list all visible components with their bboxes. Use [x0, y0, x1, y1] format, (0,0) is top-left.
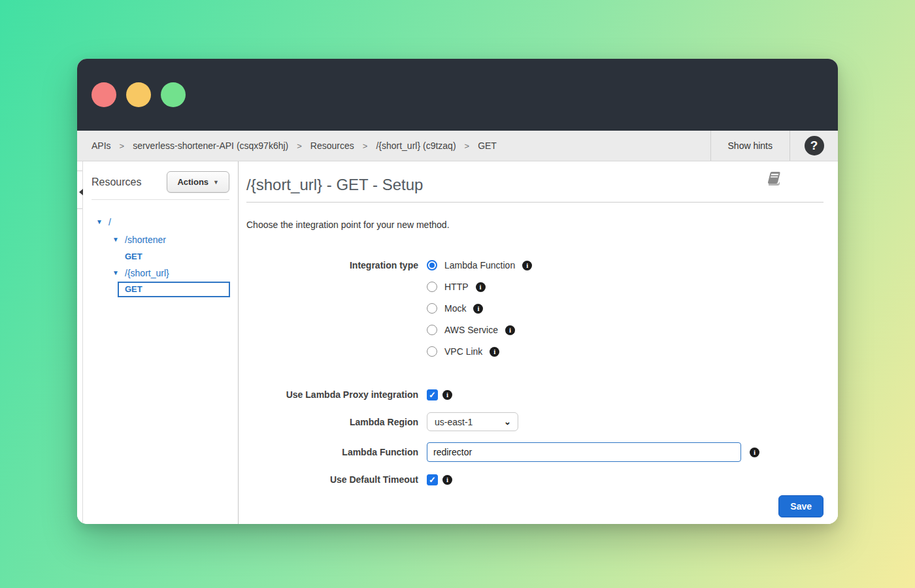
timeout-row: Use Default Timeout ✓ i [246, 473, 824, 486]
info-icon[interactable]: i [490, 347, 499, 357]
integration-radio[interactable] [427, 282, 437, 292]
tree-method-row: GET [96, 282, 238, 297]
integration-option-row: AWS Servicei [427, 323, 532, 336]
tree-method-row: GET [96, 248, 238, 264]
setup-description: Choose the integration point for your ne… [246, 220, 824, 230]
help-section: ? [790, 131, 838, 161]
traffic-light-button[interactable] [161, 82, 186, 107]
breadcrumb-bar: APIs>serverless-shortener-API (csqx97k6h… [77, 131, 838, 161]
proxy-label: Use Lambda Proxy integration [246, 388, 418, 401]
region-row: Lambda Region us-east-1 ⌄ [246, 412, 824, 431]
tree-expand-icon[interactable]: ▼ [112, 236, 125, 243]
info-icon[interactable]: i [750, 448, 759, 457]
chevron-down-icon: ⌄ [504, 417, 511, 427]
app-window: APIs>serverless-shortener-API (csqx97k6h… [77, 59, 838, 524]
caret-down-icon: ▼ [213, 179, 219, 186]
help-icon[interactable]: ? [805, 136, 824, 155]
integration-radio[interactable] [427, 346, 437, 357]
window-titlebar [77, 59, 838, 131]
tree-resource-label[interactable]: /shortener [125, 235, 166, 245]
save-button[interactable]: Save [778, 495, 824, 517]
integration-option-label[interactable]: Mock [444, 303, 466, 314]
selected-method-box[interactable]: GET [118, 282, 230, 297]
sidebar-title: Resources [92, 176, 141, 188]
info-icon[interactable]: i [442, 390, 452, 400]
integration-option-label[interactable]: VPC Link [444, 346, 482, 357]
integration-option-label[interactable]: Lambda Function [444, 260, 515, 270]
info-icon[interactable]: i [522, 261, 532, 270]
tree-expand-icon[interactable]: ▼ [112, 269, 125, 276]
page-header: /{short_url} - GET - Setup [246, 176, 824, 203]
breadcrumb-separator: > [363, 141, 368, 151]
breadcrumb-separator: > [120, 141, 125, 151]
breadcrumb-item[interactable]: serverless-shortener-API (csqx97k6hj) [133, 140, 288, 151]
sidebar-header: Resources Actions ▼ [83, 161, 238, 199]
integration-option-row: Lambda Functioni [427, 259, 532, 272]
integration-option-row: HTTPi [427, 280, 532, 293]
tree-resource-row: ▼/shortener [96, 231, 238, 248]
lambda-function-input[interactable] [427, 442, 741, 462]
main-panel: /{short_url} - GET - Setup Choose the in… [239, 161, 838, 524]
proxy-row: Use Lambda Proxy integration ✓ i [246, 388, 824, 401]
collapsed-panel-edge [77, 161, 83, 524]
setup-form: Integration type Lambda FunctioniHTTPiMo… [246, 259, 824, 517]
documentation-book-icon[interactable] [765, 169, 782, 189]
integration-option-label[interactable]: HTTP [444, 282, 469, 292]
breadcrumb-separator: > [465, 141, 470, 151]
integration-radio[interactable] [427, 260, 437, 270]
breadcrumb-item[interactable]: /{short_url} (c9tzaq) [376, 140, 456, 151]
resources-sidebar: Resources Actions ▼ ▼/▼/shortenerGET▼/{s… [83, 161, 239, 524]
default-timeout-checkbox[interactable]: ✓ [427, 474, 438, 485]
info-icon[interactable]: i [473, 304, 483, 314]
traffic-lights [92, 82, 186, 107]
panel-edge-fragment [77, 208, 82, 209]
breadcrumb-separator: > [297, 141, 302, 151]
page-title: /{short_url} - GET - Setup [246, 176, 824, 194]
timeout-label: Use Default Timeout [246, 473, 418, 486]
tree-resource-row: ▼/{short_url} [96, 264, 238, 282]
breadcrumb: APIs>serverless-shortener-API (csqx97k6h… [77, 131, 710, 161]
panel-edge-fragment [77, 171, 82, 171]
integration-option-row: Mocki [427, 302, 532, 315]
resource-tree: ▼/▼/shortenerGET▼/{short_url}GET [83, 200, 238, 297]
integration-type-options: Lambda FunctioniHTTPiMockiAWS ServiceiVP… [427, 259, 532, 367]
show-hints-button[interactable]: Show hints [710, 131, 790, 161]
traffic-light-button[interactable] [126, 82, 151, 107]
region-selected-value: us-east-1 [435, 417, 473, 427]
function-label: Lambda Function [246, 446, 418, 459]
integration-option-label[interactable]: AWS Service [444, 325, 498, 335]
function-row: Lambda Function i [246, 442, 824, 462]
save-row: Save [246, 495, 824, 517]
lambda-proxy-checkbox[interactable]: ✓ [427, 389, 438, 400]
integration-option-row: VPC Linki [427, 345, 532, 358]
collapse-arrow-icon[interactable] [79, 189, 83, 195]
breadcrumb-item[interactable]: GET [478, 140, 497, 151]
actions-button-label: Actions [177, 177, 208, 187]
breadcrumb-item[interactable]: APIs [92, 140, 111, 151]
content-area: Resources Actions ▼ ▼/▼/shortenerGET▼/{s… [77, 161, 838, 524]
info-icon[interactable]: i [442, 475, 452, 485]
info-icon[interactable]: i [476, 282, 486, 292]
breadcrumb-item[interactable]: Resources [310, 140, 354, 151]
region-label: Lambda Region [246, 416, 418, 429]
tree-method-label[interactable]: GET [125, 252, 142, 261]
tree-resource-label[interactable]: / [108, 217, 111, 227]
integration-radio[interactable] [427, 303, 437, 314]
show-hints-label: Show hints [728, 140, 773, 151]
tree-resource-row: ▼/ [96, 213, 238, 231]
tree-resource-label[interactable]: /{short_url} [125, 268, 169, 278]
tree-expand-icon[interactable]: ▼ [96, 218, 108, 225]
integration-type-row: Integration type Lambda FunctioniHTTPiMo… [246, 259, 824, 367]
info-icon[interactable]: i [505, 325, 515, 335]
traffic-light-button[interactable] [92, 82, 116, 107]
integration-type-label: Integration type [246, 259, 418, 272]
actions-button[interactable]: Actions ▼ [167, 171, 229, 193]
integration-radio[interactable] [427, 325, 437, 335]
lambda-region-select[interactable]: us-east-1 ⌄ [427, 412, 518, 431]
